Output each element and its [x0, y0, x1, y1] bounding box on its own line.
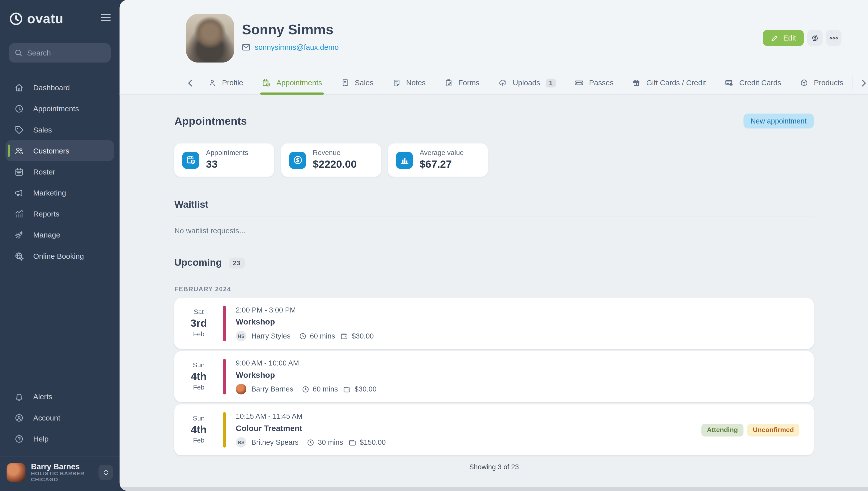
- chevron-up-down-icon: [102, 468, 110, 477]
- envelope-icon: [242, 44, 250, 51]
- uploads-count-badge: 1: [546, 79, 556, 87]
- upcoming-count-badge: 23: [228, 257, 245, 268]
- staff-initials-avatar: BS: [236, 437, 246, 447]
- sidebar-item-roster[interactable]: Roster: [5, 161, 114, 182]
- search-field[interactable]: [27, 49, 105, 57]
- sidebar-item-marketing[interactable]: Marketing: [5, 182, 114, 203]
- stat-card-appointments: Appointments 33: [175, 144, 274, 177]
- box-icon: [800, 79, 808, 87]
- bar-chart-icon: [396, 151, 413, 169]
- sidebar-item-label: Reports: [33, 210, 59, 218]
- service-color-bar: [223, 412, 226, 447]
- upcoming-title: Upcoming: [175, 257, 222, 269]
- edit-button[interactable]: Edit: [763, 30, 804, 46]
- staff-photo-avatar: [236, 384, 246, 394]
- globe-icon: [14, 251, 24, 261]
- appointment-date: Sun 4th Feb: [175, 361, 223, 392]
- sidebar-header: ovatu: [0, 8, 120, 27]
- customer-email-link[interactable]: sonnysimms@faux.demo: [255, 43, 339, 52]
- wallet-icon: [340, 332, 348, 340]
- appointment-row[interactable]: Sat 3rd Feb 2:00 PM - 3:00 PM Workshop H…: [175, 298, 814, 349]
- bell-icon: [14, 392, 24, 402]
- ellipsis-icon: [829, 36, 838, 39]
- appointment-title: Workshop: [236, 371, 376, 379]
- sidebar-item-label: Roster: [33, 168, 55, 176]
- sidebar-spacer: [0, 266, 120, 372]
- tabs-scroll-right-button[interactable]: [856, 79, 868, 87]
- sidebar-item-appointments[interactable]: Appointments: [5, 98, 114, 119]
- sidebar-item-label: Help: [33, 434, 49, 443]
- sidebar-item-alerts[interactable]: Alerts: [5, 386, 114, 407]
- staff-name: Britney Spears: [251, 438, 299, 446]
- chevron-left-icon: [187, 79, 193, 87]
- divider: [175, 216, 814, 217]
- tag-icon: [14, 125, 24, 135]
- duration: 30 mins: [318, 438, 343, 446]
- appointment-row[interactable]: Sun 4th Feb 10:15 AM - 11:45 AM Colour T…: [175, 404, 814, 455]
- tab-credit-cards[interactable]: Credit Cards: [715, 71, 790, 94]
- sidebar-item-label: Account: [33, 413, 60, 422]
- person-circle-icon: [14, 413, 24, 423]
- sidebar-item-account[interactable]: Account: [5, 407, 114, 428]
- tab-label: Sales: [355, 79, 374, 87]
- location-switcher-button[interactable]: [98, 465, 113, 480]
- sidebar-item-customers[interactable]: Customers: [5, 140, 114, 161]
- tab-products[interactable]: Products: [790, 71, 853, 94]
- tabs-scroll-left-button[interactable]: [182, 79, 199, 87]
- tab-uploads[interactable]: Uploads 1: [489, 71, 565, 94]
- tab-notes[interactable]: Notes: [383, 71, 435, 94]
- user-name: Barry Barnes: [31, 462, 85, 471]
- search-input[interactable]: [9, 43, 111, 63]
- current-user[interactable]: Barry Barnes HOLISTIC BARBER CHICAGO: [0, 457, 120, 491]
- tab-label: Appointments: [276, 79, 322, 87]
- sidebar-item-label: Customers: [33, 146, 69, 155]
- status-badge-unconfirmed: Unconfirmed: [747, 424, 799, 436]
- horizontal-scrollbar-track[interactable]: [120, 487, 868, 491]
- sidebar-item-dashboard[interactable]: Dashboard: [5, 77, 114, 98]
- appointment-status-badges: Attending Unconfirmed: [701, 424, 799, 436]
- appointment-title: Colour Treatment: [236, 424, 386, 433]
- sidebar-item-reports[interactable]: Reports: [5, 203, 114, 224]
- day-of-week: Sun: [175, 414, 223, 423]
- tab-appointments[interactable]: Appointments: [253, 71, 332, 94]
- sidebar-item-online-booking[interactable]: Online Booking: [5, 246, 114, 266]
- sync-lock-button[interactable]: [807, 30, 823, 46]
- tab-label: Credit Cards: [739, 79, 781, 87]
- clock-logo-icon: [9, 12, 23, 26]
- sidebar-item-manage[interactable]: Manage: [5, 224, 114, 245]
- sidebar-item-help[interactable]: Help: [5, 428, 114, 449]
- user-meta: Barry Barnes HOLISTIC BARBER CHICAGO: [31, 462, 85, 483]
- user-org-line2: CHICAGO: [31, 477, 85, 483]
- tab-profile[interactable]: Profile: [198, 71, 253, 94]
- tab-passes[interactable]: Passes: [565, 71, 623, 94]
- new-appointment-button[interactable]: New appointment: [743, 114, 814, 128]
- tab-gift-cards[interactable]: Gift Cards / Credit: [623, 71, 715, 94]
- status-badge-attending: Attending: [701, 424, 743, 436]
- waitlist-title: Waitlist: [175, 199, 208, 210]
- appointment-row[interactable]: Sun 4th Feb 9:00 AM - 10:00 AM Workshop …: [175, 351, 814, 402]
- tab-sales[interactable]: Sales: [332, 71, 383, 94]
- upcoming-section: Upcoming 23 FEBRUARY 2024 Sat 3rd Feb: [175, 257, 814, 478]
- day-of-week: Sat: [175, 308, 223, 317]
- cloud-upload-icon: [498, 79, 507, 87]
- more-options-button[interactable]: [826, 30, 841, 46]
- month-abbr: Feb: [175, 437, 223, 445]
- sidebar-item-label: Sales: [33, 125, 52, 134]
- clock-icon: [302, 385, 309, 393]
- month-abbr: Feb: [175, 330, 223, 339]
- appointment-list: Sat 3rd Feb 2:00 PM - 3:00 PM Workshop H…: [175, 298, 814, 455]
- stat-card-revenue: Revenue $2220.00: [281, 144, 381, 177]
- calendar-icon: [14, 167, 24, 176]
- appointment-title: Workshop: [236, 318, 374, 326]
- ticket-icon: [575, 79, 583, 87]
- wallet-icon: [343, 385, 351, 393]
- day-number: 4th: [175, 423, 223, 437]
- hamburger-menu-icon[interactable]: [101, 13, 111, 24]
- tab-forms[interactable]: Forms: [435, 71, 489, 94]
- sidebar-item-sales[interactable]: Sales: [5, 119, 114, 140]
- gift-icon: [632, 79, 641, 87]
- clock-icon: [307, 438, 315, 446]
- sidebar-item-label: Alerts: [33, 393, 52, 401]
- tab-label: Uploads: [513, 79, 540, 87]
- note-icon: [392, 79, 401, 87]
